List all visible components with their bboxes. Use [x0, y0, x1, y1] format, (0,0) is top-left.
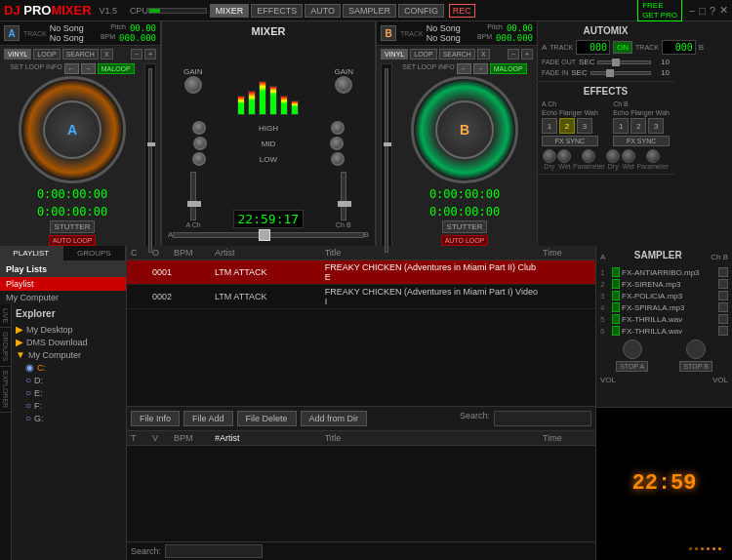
deck-b-search-btn[interactable]: SEARCH [439, 49, 475, 60]
mixer-low-b-knob[interactable] [331, 152, 345, 166]
deck-a-loop-btn[interactable]: LOOP [33, 49, 60, 60]
deck-a-plus-btn[interactable]: + [144, 49, 156, 60]
automix-fadein-slider[interactable] [590, 71, 651, 75]
mixer-gain-a-knob[interactable] [184, 76, 202, 94]
explorer-tab[interactable]: EXPLORER [0, 367, 11, 413]
file-delete-btn[interactable]: File Delete [237, 411, 297, 426]
deck-a-vinyl-btn[interactable]: VINYL [4, 49, 31, 60]
deck-b-loop-btn[interactable]: LOOP [410, 49, 436, 60]
file-info-btn[interactable]: File Info [131, 411, 180, 426]
explorer-drive-d[interactable]: ○ D: [16, 374, 122, 386]
fx-sync-b-btn[interactable]: FX SYNC [613, 136, 670, 146]
deck-b-minus-btn[interactable]: − [508, 49, 519, 60]
add-from-dir-btn[interactable]: Add from Dir [301, 411, 368, 426]
close-icon[interactable]: ✕ [719, 4, 728, 17]
deck-b-vinyl-btn[interactable]: VINYL [381, 49, 408, 60]
fx-param-a-knob[interactable] [582, 149, 595, 163]
fx-wet-b-knob[interactable] [622, 149, 635, 163]
fx-param-b-knob[interactable] [646, 149, 660, 163]
fx-wet-a-knob[interactable] [557, 149, 571, 163]
deck-b-pitch-slider[interactable] [381, 63, 392, 258]
automix-fadeout-slider[interactable] [597, 60, 651, 64]
deck-a-loop-fwd[interactable]: → [81, 63, 96, 74]
search-input-top[interactable] [494, 411, 591, 426]
fx-dry-b-knob[interactable] [606, 149, 620, 163]
sampler-stop-b-btn[interactable]: STOP B [679, 361, 712, 372]
question-icon[interactable]: ? [710, 5, 715, 17]
explorer-drive-e[interactable]: ○ E: [16, 386, 122, 399]
crossfader-track[interactable] [173, 232, 363, 238]
sampler-vol-4[interactable] [718, 314, 728, 324]
deck-b-plus-btn[interactable]: + [521, 49, 533, 60]
automix-track-b-input[interactable] [662, 40, 696, 55]
mixer-mid-b-knob[interactable] [330, 137, 344, 150]
deck-a-auto-loop[interactable]: AUTO LOOP [49, 235, 97, 246]
explorer-item-2[interactable]: ▼ My Computer [16, 348, 122, 361]
deck-a-x-btn[interactable]: X [101, 49, 113, 60]
automix-on-btn[interactable]: ON [613, 41, 632, 54]
sampler-vol-5[interactable] [718, 326, 728, 336]
deck-b-stutter-btn[interactable]: STUTTER [442, 220, 488, 233]
deck-b-x-btn[interactable]: X [477, 49, 490, 60]
free-label[interactable]: FREEGET PRO [637, 0, 682, 21]
maximize-icon[interactable]: □ [699, 5, 706, 17]
mixer-low-a-knob[interactable] [192, 152, 206, 166]
fx-dry-a-knob[interactable] [543, 149, 556, 163]
explorer-drive-g[interactable]: ○ G: [16, 412, 122, 424]
fader-b-track[interactable] [341, 172, 346, 220]
mixer-btn[interactable]: MIXER [210, 4, 250, 18]
mixer-gain-b-knob[interactable] [335, 76, 352, 94]
fx-b-btn-1[interactable]: 1 [613, 118, 629, 134]
bottom-col-artist[interactable]: #Artist [215, 433, 323, 443]
explorer-item-0[interactable]: ▶ My Desktop [16, 323, 122, 336]
deck-b-maloop[interactable]: MALOOP [490, 63, 527, 74]
sampler-vol-2[interactable] [718, 291, 728, 300]
deck-a-loop-back[interactable]: ← [64, 63, 79, 74]
playlist-item-0[interactable]: Playlist [0, 277, 126, 291]
fx-a-btn-2[interactable]: 2 [559, 118, 575, 134]
mixer-high-b-knob[interactable] [331, 121, 345, 135]
fx-sync-a-btn[interactable]: FX SYNC [542, 136, 598, 146]
deck-a-search-btn[interactable]: SEARCH [62, 49, 99, 60]
fx-a-btn-1[interactable]: 1 [542, 118, 557, 134]
file-row-1[interactable]: 0002 LTM ATTACK FREAKY CHICKEN (Adventur… [127, 285, 595, 309]
playlist-tab[interactable]: PLAYLIST [0, 246, 63, 260]
effects-btn[interactable]: EFFECTS [251, 4, 303, 18]
mixer-high-a-knob[interactable] [192, 121, 206, 135]
fx-a-btn-3[interactable]: 3 [577, 118, 592, 134]
explorer-drive-f[interactable]: ○ F: [16, 399, 122, 412]
sampler-vol-1[interactable] [718, 279, 728, 289]
file-row-0[interactable]: 0001 LTM ATTACK FREAKY CHICKEN (Adventur… [127, 260, 595, 285]
sampler-btn[interactable]: SAMPLER [343, 4, 396, 18]
auto-btn[interactable]: AUTO [305, 4, 341, 18]
groups-tab[interactable]: GROUPS [63, 246, 127, 260]
deck-a-stutter-btn[interactable]: STUTTER [50, 220, 96, 233]
deck-a-minus-btn[interactable]: − [131, 49, 142, 60]
fx-b-btn-3[interactable]: 3 [648, 118, 664, 134]
deck-b-auto-loop[interactable]: AUTO LOOP [441, 235, 489, 246]
sampler-stop-a-knob[interactable] [623, 340, 642, 359]
playlist-item-1[interactable]: My Computer [0, 291, 126, 304]
sampler-stop-b-knob[interactable] [686, 340, 706, 359]
fader-a-track[interactable] [190, 172, 196, 220]
config-btn[interactable]: CONFIG [398, 4, 444, 18]
deck-b-turntable[interactable]: B [411, 76, 518, 183]
deck-b-loop-fwd[interactable]: → [473, 63, 488, 74]
sampler-stop-a-btn[interactable]: STOP A [616, 361, 648, 372]
sampler-vol-0[interactable] [718, 267, 728, 277]
mixer-mid-a-knob[interactable] [193, 137, 207, 150]
automix-track-a-input[interactable] [576, 40, 610, 55]
groups-side-tab[interactable]: GROUPS [0, 328, 11, 366]
deck-a-turntable[interactable]: A [19, 76, 126, 183]
explorer-drive-c[interactable]: ◉ C: [16, 361, 122, 374]
search-input-bottom[interactable] [165, 544, 263, 558]
sampler-vol-3[interactable] [718, 302, 728, 312]
minus-icon[interactable]: − [689, 5, 695, 17]
deck-a-pitch-slider[interactable] [144, 63, 156, 258]
deck-a-maloop[interactable]: MALOOP [98, 63, 135, 74]
file-add-btn[interactable]: File Add [183, 411, 233, 426]
explorer-item-1[interactable]: ▶ DMS Download [16, 336, 122, 348]
deck-b-loop-back[interactable]: ← [457, 63, 471, 74]
live-tab[interactable]: LIVE [0, 304, 11, 328]
fx-b-btn-2[interactable]: 2 [630, 118, 646, 134]
